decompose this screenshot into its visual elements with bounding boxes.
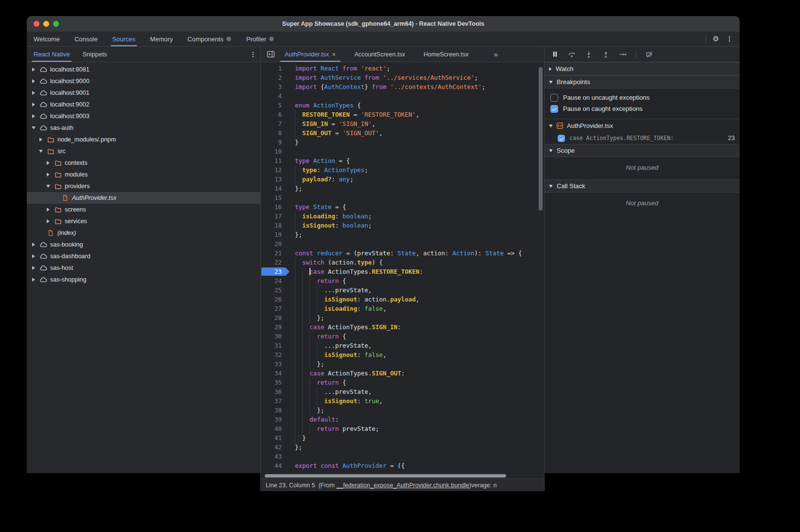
gutter[interactable]: 30 xyxy=(261,332,288,341)
code-line[interactable]: 34case ActionTypes.SIGN_OUT: xyxy=(261,369,544,378)
code-line[interactable]: 33}; xyxy=(261,359,544,369)
navigator-toggle-button[interactable] xyxy=(261,47,279,62)
line-number[interactable]: 15 xyxy=(261,193,288,202)
pause-on-uncaught-row[interactable]: Pause on uncaught exceptions xyxy=(545,92,740,103)
chevron-right-icon[interactable] xyxy=(45,208,51,212)
line-number[interactable]: 37 xyxy=(261,396,288,406)
line-number[interactable]: 11 xyxy=(261,156,288,165)
more-options-button[interactable] xyxy=(726,35,733,42)
chevron-right-icon[interactable] xyxy=(31,79,36,83)
code-line[interactable]: 42}; xyxy=(261,443,544,452)
step-button[interactable] xyxy=(619,51,627,58)
pause-on-caught-row[interactable]: Pause on caught exceptions xyxy=(545,103,740,114)
checkbox-checked[interactable] xyxy=(550,105,558,113)
chevron-down-icon[interactable] xyxy=(38,150,44,153)
tree-item-localhost-9003[interactable]: localhost:9003 xyxy=(27,110,260,122)
gutter[interactable]: 6 xyxy=(261,110,288,119)
line-number[interactable]: 39 xyxy=(261,415,288,424)
gutter[interactable]: 16 xyxy=(261,202,288,212)
line-number[interactable]: 29 xyxy=(261,322,288,332)
gutter[interactable]: 23 xyxy=(261,267,288,276)
tree-item-contexts[interactable]: contexts xyxy=(27,157,260,169)
line-number[interactable]: 16 xyxy=(261,202,288,212)
code-line[interactable]: 19}; xyxy=(261,230,544,239)
gutter[interactable]: 25 xyxy=(261,285,288,295)
line-number[interactable]: 1 xyxy=(261,64,288,73)
line-number[interactable]: 23 xyxy=(261,267,288,276)
tree-item-sas-shopping[interactable]: sas-shopping xyxy=(27,274,260,285)
tab-overflow-button[interactable]: » xyxy=(494,47,497,62)
section-call-stack[interactable]: Call Stack xyxy=(545,179,740,193)
gutter[interactable]: 38 xyxy=(261,406,288,415)
chevron-right-icon[interactable] xyxy=(31,243,36,247)
gutter[interactable]: 19 xyxy=(261,230,288,239)
gutter[interactable]: 4 xyxy=(261,91,288,101)
code-line[interactable]: 23case ActionTypes.RESTORE_TOKEN: xyxy=(261,267,544,276)
code-line[interactable]: 5enum ActionTypes { xyxy=(261,101,544,110)
step-into-button[interactable] xyxy=(585,51,593,58)
line-number[interactable]: 35 xyxy=(261,378,288,387)
tab-profiler[interactable]: Profiler xyxy=(245,32,275,46)
gutter[interactable]: 29 xyxy=(261,322,288,332)
gutter[interactable]: 40 xyxy=(261,424,288,433)
pause-button[interactable] xyxy=(551,51,559,58)
tree-item-src[interactable]: src xyxy=(27,145,260,157)
step-over-button[interactable] xyxy=(568,51,576,58)
line-number[interactable]: 38 xyxy=(261,406,288,415)
tree-item-sas-dashboard[interactable]: sas-dashboard xyxy=(27,250,260,262)
editor-tab-homescreen-tsx[interactable]: HomeScreen.tsx xyxy=(418,47,474,62)
chevron-down-icon[interactable] xyxy=(45,185,51,188)
chevron-right-icon[interactable] xyxy=(31,254,36,258)
gutter[interactable]: 3 xyxy=(261,82,288,91)
line-number[interactable]: 41 xyxy=(261,433,288,443)
code-line[interactable]: 22switch (action.type) { xyxy=(261,258,544,267)
vertical-scrollbar[interactable] xyxy=(539,67,543,211)
line-number[interactable]: 26 xyxy=(261,295,288,304)
line-number[interactable]: 44 xyxy=(261,461,288,470)
line-number[interactable]: 2 xyxy=(261,73,288,82)
code-line[interactable]: 12type: ActionTypes; xyxy=(261,165,544,175)
gutter[interactable]: 22 xyxy=(261,258,288,267)
chevron-down-icon[interactable] xyxy=(31,126,36,129)
code-line[interactable]: 14}; xyxy=(261,184,544,193)
navigator-menu-button[interactable] xyxy=(250,51,256,58)
section-breakpoints[interactable]: Breakpoints xyxy=(545,75,740,89)
close-icon[interactable]: × xyxy=(332,51,336,58)
code-line[interactable]: 25...prevState, xyxy=(261,285,544,295)
code-line[interactable]: 40return prevState; xyxy=(261,424,544,433)
gutter[interactable]: 1 xyxy=(261,64,288,73)
gutter[interactable]: 41 xyxy=(261,433,288,443)
gutter[interactable]: 5 xyxy=(261,101,288,110)
gutter[interactable]: 2 xyxy=(261,73,288,82)
code-line[interactable]: 10 xyxy=(261,147,544,156)
tab-welcome[interactable]: Welcome xyxy=(33,32,61,46)
gutter[interactable]: 9 xyxy=(261,138,288,147)
code-line[interactable]: 13payload?: any; xyxy=(261,175,544,184)
code-line[interactable]: 9} xyxy=(261,138,544,147)
gutter[interactable]: 15 xyxy=(261,193,288,202)
gutter[interactable]: 17 xyxy=(261,212,288,221)
tab-memory[interactable]: Memory xyxy=(149,32,174,46)
sidebar-tab-react-native[interactable]: React Native xyxy=(33,47,71,62)
code-line[interactable]: 26isSignout: action.payload, xyxy=(261,295,544,304)
line-number[interactable]: 28 xyxy=(261,313,288,322)
code-line[interactable]: 21const reducer = (prevState: State, act… xyxy=(261,248,544,258)
line-number[interactable]: 3 xyxy=(261,82,288,91)
chevron-right-icon[interactable] xyxy=(45,173,51,177)
gutter[interactable]: 18 xyxy=(261,221,288,230)
code-line[interactable]: 27isLoading: false, xyxy=(261,304,544,313)
code-line[interactable]: 16type State = { xyxy=(261,202,544,212)
line-number[interactable]: 21 xyxy=(261,248,288,258)
checkbox-checked[interactable] xyxy=(558,135,565,142)
line-number[interactable]: 31 xyxy=(261,341,288,350)
line-number[interactable]: 27 xyxy=(261,304,288,313)
code-line[interactable]: 43 xyxy=(261,452,544,461)
code-line[interactable]: 15 xyxy=(261,193,544,202)
line-number[interactable]: 19 xyxy=(261,230,288,239)
code-line[interactable]: 44export const AuthProvider = ({ xyxy=(261,461,544,470)
gutter[interactable]: 20 xyxy=(261,239,288,248)
line-number[interactable]: 30 xyxy=(261,332,288,341)
tree-item-providers[interactable]: providers xyxy=(27,180,260,192)
line-number[interactable]: 14 xyxy=(261,184,288,193)
gutter[interactable]: 8 xyxy=(261,128,288,138)
